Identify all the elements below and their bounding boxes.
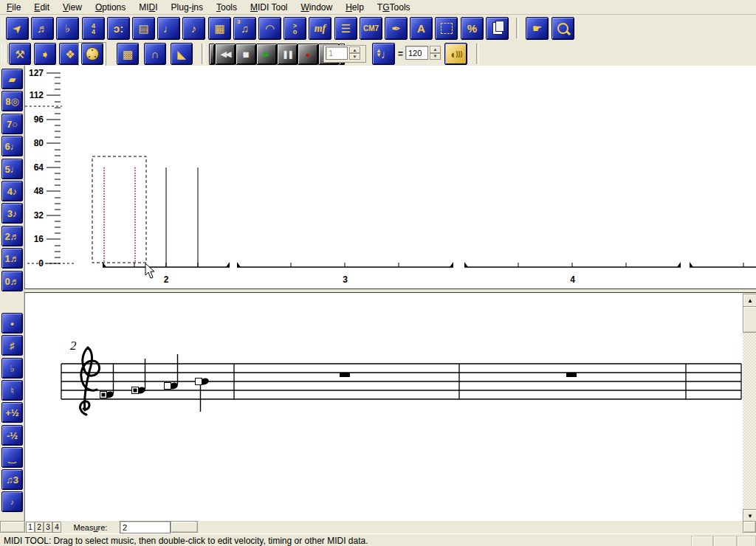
flat-tool-button[interactable]: ♭ [1,358,23,379]
repeat-tool-button[interactable]: % [461,17,484,40]
duration-half-button[interactable]: 6♩ [1,136,23,156]
duration-quarter-button[interactable]: 5♩ [1,159,23,179]
staff-set-button-2[interactable]: 2 [35,522,44,533]
staff-view[interactable]: 2 [25,293,743,521]
menu-file[interactable]: File [0,1,27,14]
menu-window[interactable]: Window [294,1,339,14]
tempo-note-button[interactable]: ▲▼♩ [372,43,395,65]
staff-set-button-4[interactable]: 4 [52,522,61,533]
expression-tool-button[interactable]: mf [309,17,331,40]
speedy-entry-tool-button[interactable]: ♪ [182,17,205,40]
playback-left-cap[interactable] [209,44,215,65]
menu-tools[interactable]: Tools [210,1,244,14]
speaker-button[interactable]: ◖))) [444,43,467,65]
playback-pause[interactable]: ❚❚ [277,44,298,65]
measure-input[interactable] [120,521,171,533]
duration-64th-button[interactable]: 1♬ [1,248,23,269]
key-signature-tool-button[interactable]: ♭ [56,17,79,40]
menu-tgtools[interactable]: TGTools [371,1,417,14]
grace-note-tool-button[interactable]: ♪ [1,491,23,512]
vscroll-thumb[interactable] [743,306,756,333]
staff-setup-tool-button[interactable]: ♬ [31,17,54,40]
clef-tool-button[interactable]: ɔ: [107,17,130,40]
note-B4 [196,377,210,412]
mouse-cursor [145,263,157,280]
menu-view[interactable]: View [56,1,89,14]
tempo-value[interactable]: 120 [405,46,428,60]
sharp-tool-button[interactable]: ♯ [1,335,23,356]
tool-mirror-button[interactable]: ∩ [144,43,166,65]
menu-midi-tool[interactable]: MIDI Tool [244,1,294,14]
duration-whole-button[interactable]: 7○ [1,114,23,134]
menu-options[interactable]: Options [89,1,132,14]
page-layout-tool-button[interactable] [486,17,509,40]
duration-16th-button[interactable]: 3♪ [1,203,23,224]
measure-tool-button[interactable]: ▤ [132,17,155,40]
scroll-corner [743,521,756,533]
staff-set-panel [0,521,25,533]
tool-hammer-button[interactable]: ⚒ [9,43,31,65]
dot-tool-button[interactable]: • [1,313,23,334]
toolbar-grip[interactable] [4,44,8,63]
hyperscribe-tool-button[interactable]: ▦ [208,17,231,40]
playback-play[interactable]: ▶ [256,44,277,65]
toolbar-separator [516,18,519,38]
eraser-tool-button[interactable]: ▰ [1,69,23,89]
svg-text:48: 48 [34,186,44,196]
selection-tool-button[interactable] [435,17,458,40]
score-pane[interactable]: 2 [24,293,743,521]
menu-plug-ins[interactable]: Plug-ins [165,1,210,14]
lyrics-tool-button[interactable]: ✒ [385,17,408,40]
staff-tool-button[interactable]: ☰ [334,17,357,40]
natural-tool-button[interactable]: ♮ [1,380,23,401]
menu-bar: FileEditViewOptionsMIDIPlug-insToolsMIDI… [0,0,756,15]
playback-rewind[interactable]: ◀◀ [215,44,236,65]
svg-text:2: 2 [164,274,169,285]
svg-text:32: 32 [34,210,44,221]
tuplet-entry-tool-button[interactable]: ♫3 [1,469,23,490]
simple-entry-palette: ▰8◎7○6♩5♩4♪3♪2♬1♬0♬•♯♭♮+½-½‿♫3♪ [0,66,24,521]
svg-text:96: 96 [34,114,44,125]
status-segment [737,536,756,546]
text-tool-button[interactable]: A [410,17,433,40]
velocity-graph[interactable]: 1271129680644832160234 [25,66,756,288]
pointer-tool-button[interactable]: ➤ [6,17,29,40]
play-from-spinner[interactable]: ▲▼ [349,46,360,60]
menu-edit[interactable]: Edit [27,1,56,14]
minus-half-step-button[interactable]: -½ [1,425,23,446]
status-segment [713,536,737,546]
tool-ossia-button[interactable]: ▩ [117,43,139,65]
main-tool-palette: ➤♬♭44ɔ:▤♩♪▦♫3◠>omf☰CM7✒A%☛ [0,15,756,43]
staff-set-button-1[interactable]: 1 [26,522,35,533]
tuplet-tool-button[interactable]: ♫3 [233,17,256,40]
play-from-value[interactable]: 1 [326,46,348,60]
midi-tool-velocity-pane[interactable]: 1271129680644832160234 [24,66,756,288]
tempo-spinner[interactable]: ▲▼ [430,46,441,60]
chord-tool-button[interactable]: CM7 [360,17,382,40]
vscroll-track[interactable] [743,306,756,509]
tool-note-mover-button[interactable]: ➧ [34,43,56,65]
duration-128th-button[interactable]: 0♬ [1,271,23,291]
duration-eighth-button[interactable]: 4♪ [1,181,23,201]
staff-set-button-3[interactable]: 3 [44,522,52,533]
tool-midi-button[interactable] [81,43,103,65]
tie-tool-button[interactable]: ‿ [1,447,23,468]
articulation-tool-button[interactable]: >o [284,17,306,40]
svg-text:3: 3 [343,274,348,285]
simple-entry-tool-button[interactable]: ♩ [157,17,180,40]
playback-record[interactable]: ● [298,44,318,65]
menu-help[interactable]: Help [339,1,371,14]
smart-shape-tool-button[interactable]: ◠ [258,17,281,40]
zoom-tool-button[interactable] [551,17,574,40]
duration-32nd-button[interactable]: 2♬ [1,226,23,246]
bottom-scroll-bar: Measure: ◀ ▶ 1234 [0,521,756,533]
svg-text:64: 64 [34,162,44,173]
duration-breve-button[interactable]: 8◎ [1,91,23,111]
tempo-equals-label: = [398,49,403,59]
hand-grabber-tool-button[interactable]: ☛ [526,17,549,40]
playback-stop[interactable]: ◼ [236,44,256,65]
tool-shape-designer-button[interactable]: ◣ [171,43,193,65]
time-signature-tool-button[interactable]: 44 [82,17,105,40]
menu-midi[interactable]: MIDI [132,1,164,14]
plus-half-step-button[interactable]: +½ [1,402,23,423]
